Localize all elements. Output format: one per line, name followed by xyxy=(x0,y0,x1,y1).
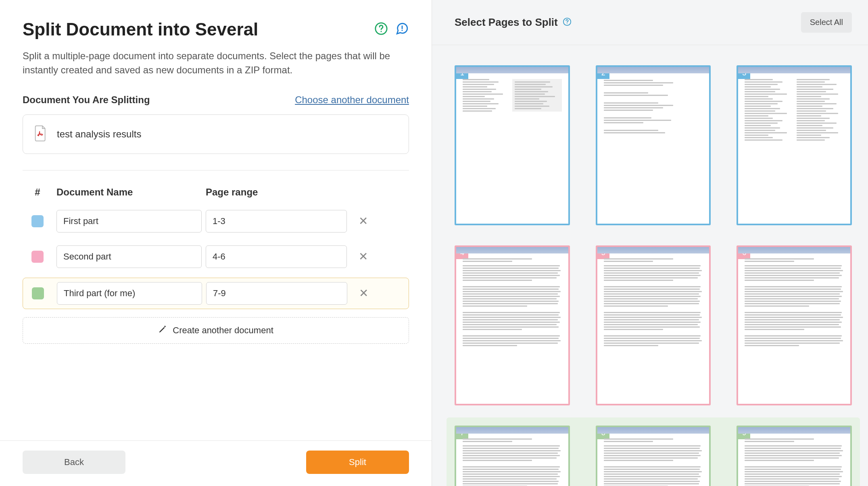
split-button[interactable]: Split xyxy=(306,451,409,474)
color-swatch xyxy=(31,215,44,227)
page-thumb[interactable]: 7 xyxy=(455,426,570,486)
svg-point-5 xyxy=(567,23,568,24)
page-preview xyxy=(456,427,568,486)
page-preview xyxy=(738,247,850,404)
col-range: Page range xyxy=(206,187,347,198)
page-thumb[interactable]: 4 xyxy=(455,245,570,405)
page-preview xyxy=(738,427,850,486)
splitting-label: Document You Are Splitting xyxy=(23,94,150,106)
split-row: ✕ xyxy=(23,207,409,236)
doc-name-input[interactable] xyxy=(56,245,202,268)
feedback-icon[interactable] xyxy=(395,22,409,37)
split-table-header: # Document Name Page range xyxy=(23,187,409,198)
doc-name-input[interactable] xyxy=(57,282,202,305)
page-thumb[interactable]: 2 xyxy=(596,65,711,225)
document-name: test analysis results xyxy=(57,129,141,140)
right-title-wrap: Select Pages to Split xyxy=(455,16,572,29)
col-hash: # xyxy=(23,187,52,198)
left-content: Split Document into Several Split a mult… xyxy=(0,0,432,440)
split-row: ✕ xyxy=(23,242,409,271)
pages-area[interactable]: 1 2 3 4 5 6 xyxy=(432,45,868,486)
right-title: Select Pages to Split xyxy=(455,16,558,29)
page-thumb[interactable]: 5 xyxy=(596,245,711,405)
svg-point-3 xyxy=(401,30,403,31)
split-row: ✕ xyxy=(23,278,409,309)
right-header: Select Pages to Split Select All xyxy=(432,0,868,45)
page-preview xyxy=(597,247,709,404)
remove-row-button[interactable]: ✕ xyxy=(351,287,376,300)
page-range-input[interactable] xyxy=(206,210,347,233)
split-rows: ✕ ✕ ✕ xyxy=(23,207,409,309)
page-thumb[interactable]: 9 xyxy=(737,426,852,486)
page-preview xyxy=(456,247,568,404)
page-preview xyxy=(597,427,709,486)
page-thumb[interactable]: 6 xyxy=(737,245,852,405)
page-group: 1 2 3 xyxy=(455,57,852,233)
document-card[interactable]: test analysis results xyxy=(23,114,409,154)
select-all-button[interactable]: Select All xyxy=(801,12,852,33)
color-swatch xyxy=(32,287,44,299)
page-thumb[interactable]: 3 xyxy=(737,65,852,225)
subtitle: Split a multiple-page document into sepa… xyxy=(23,49,409,77)
header-row: Split Document into Several xyxy=(23,19,409,39)
page-group: 7 8 9 xyxy=(447,417,860,486)
create-another-button[interactable]: Create another document xyxy=(23,317,409,344)
choose-another-link[interactable]: Choose another document xyxy=(295,94,409,106)
page-thumb[interactable]: 8 xyxy=(596,426,711,486)
remove-row-button[interactable]: ✕ xyxy=(351,250,375,263)
col-name: Document Name xyxy=(56,187,202,198)
page-title: Split Document into Several xyxy=(23,19,258,39)
page-preview xyxy=(738,67,850,224)
page-preview xyxy=(456,67,568,224)
page-group: 4 5 6 xyxy=(455,237,852,413)
remove-row-button[interactable]: ✕ xyxy=(351,214,375,228)
page-thumb[interactable]: 1 xyxy=(455,65,570,225)
pencil-icon xyxy=(158,325,167,336)
right-panel: Select Pages to Split Select All 1 2 3 4 xyxy=(432,0,868,486)
create-another-label: Create another document xyxy=(173,325,273,336)
header-actions xyxy=(374,22,409,37)
info-icon[interactable] xyxy=(563,17,572,28)
pdf-icon xyxy=(34,125,47,143)
footer: Back Split xyxy=(0,440,432,486)
doc-name-input[interactable] xyxy=(56,210,202,233)
color-swatch xyxy=(31,251,44,263)
left-panel: Split Document into Several Split a mult… xyxy=(0,0,432,486)
page-range-input[interactable] xyxy=(206,282,347,305)
help-icon[interactable] xyxy=(374,22,388,37)
back-button[interactable]: Back xyxy=(23,451,125,474)
svg-point-1 xyxy=(380,31,382,32)
divider xyxy=(23,170,409,170)
page-range-input[interactable] xyxy=(206,245,347,268)
page-preview xyxy=(597,67,709,224)
document-section-header: Document You Are Splitting Choose anothe… xyxy=(23,94,409,106)
